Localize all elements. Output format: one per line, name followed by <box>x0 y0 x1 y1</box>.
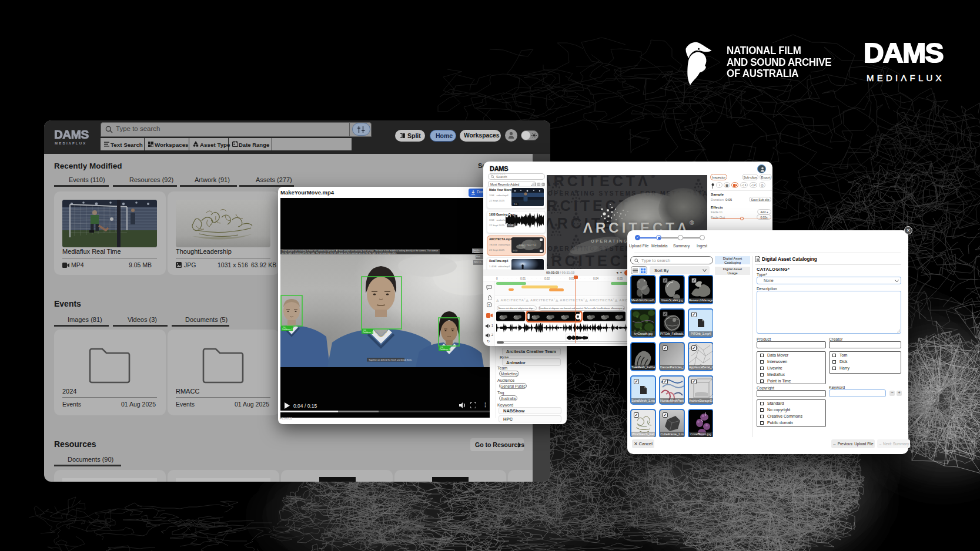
svg-text:Confidence: 1: Confidence: 1 <box>363 331 373 334</box>
svg-text:Confidence: 1: Confidence: 1 <box>282 328 293 331</box>
svg-text:Together we defend the finish: Together we defend the finish and break … <box>369 359 412 361</box>
svg-text:11:0: 11:0 <box>513 203 517 206</box>
svg-text:ΛRCITECTΛ: ΛRCITECTΛ <box>519 244 536 247</box>
svg-text:Confidence: 1: Confidence: 1 <box>440 348 450 351</box>
svg-text:0:10: 0:10 <box>513 250 517 252</box>
